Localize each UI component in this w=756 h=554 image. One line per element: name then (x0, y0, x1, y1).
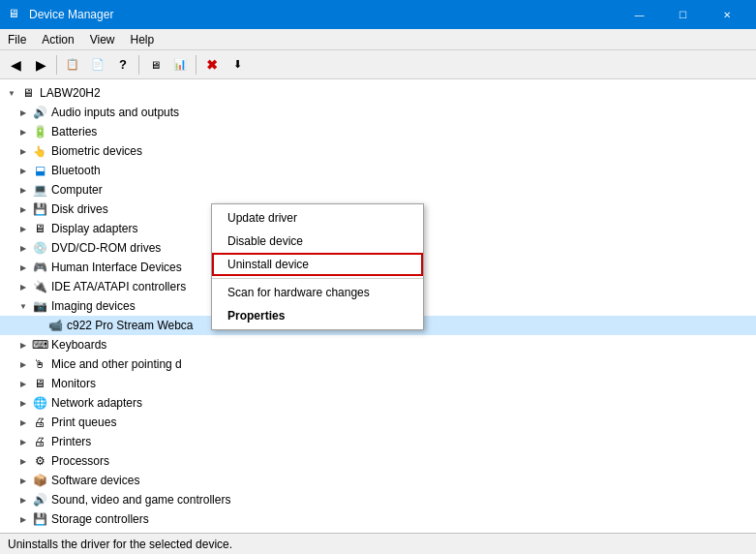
software-icon: 📦 (31, 472, 48, 489)
context-menu: Update driver Disable device Uninstall d… (211, 203, 424, 330)
expand-icon-webcam (31, 318, 46, 333)
expand-icon-audio: ▶ (15, 105, 31, 120)
keyboards-icon: ⌨ (31, 336, 48, 354)
context-disable-device[interactable]: Disable device (212, 230, 423, 253)
main-content: ▼ 🖥 LABW20H2 ▶ 🔊 Audio inputs and output… (0, 79, 756, 533)
expand-icon-batteries: ▶ (15, 124, 31, 139)
expand-icon-dvd: ▶ (15, 240, 31, 256)
menu-action[interactable]: Action (34, 29, 81, 50)
tree-root[interactable]: ▼ 🖥 LABW20H2 (0, 83, 756, 103)
mice-label: Mice and other pointing d (51, 357, 752, 371)
storage-label: Storage controllers (51, 512, 752, 526)
expand-icon-bluetooth: ▶ (15, 163, 31, 178)
tree-item-printqueues[interactable]: ▶ 🖨 Print queues (0, 413, 756, 432)
expand-icon-ide: ▶ (15, 279, 31, 294)
dvd-icon: 💿 (31, 239, 48, 257)
status-text: Uninstalls the driver for the selected d… (8, 538, 232, 551)
tree-item-network[interactable]: ▶ 🌐 Network adapters (0, 393, 756, 413)
expand-icon-sound: ▶ (15, 492, 31, 508)
tree-item-biometric[interactable]: ▶ 👆 Biometric devices (0, 141, 756, 161)
tree-item-computer[interactable]: ▶ 💻 Computer (0, 180, 756, 200)
printqueues-icon: 🖨 (31, 414, 48, 431)
expand-icon-biometric: ▶ (15, 143, 31, 159)
keyboards-label: Keyboards (51, 338, 752, 352)
tree-item-batteries[interactable]: ▶ 🔋 Batteries (0, 122, 756, 141)
monitors-icon: 🖥 (31, 375, 48, 392)
imaging-icon: 📷 (31, 297, 48, 315)
software-label: Software devices (51, 474, 752, 487)
toolbar-separator-3 (196, 55, 197, 75)
expand-icon-network: ▶ (15, 395, 31, 411)
root-label: LABW20H2 (40, 86, 752, 100)
bluetooth-icon: ⬓ (31, 162, 48, 179)
remove-device-button[interactable]: ✖ (200, 53, 224, 77)
context-properties[interactable]: Properties (212, 304, 423, 327)
root-icon: 🖥 (19, 84, 37, 102)
expand-icon-printers: ▶ (15, 434, 31, 449)
help-button[interactable]: ? (111, 53, 135, 77)
tree-item-mice[interactable]: ▶ 🖱 Mice and other pointing d (0, 354, 756, 374)
expand-icon-system: ▶ (15, 531, 31, 533)
biometric-label: Biometric devices (51, 144, 752, 158)
expand-icon-storage: ▶ (15, 511, 31, 527)
ide-icon: 🔌 (31, 278, 48, 295)
webcam-icon: 📹 (46, 317, 64, 334)
tree-item-printers[interactable]: ▶ 🖨 Printers (0, 432, 756, 451)
tree-item-audio[interactable]: ▶ 🔊 Audio inputs and outputs (0, 103, 756, 122)
expand-icon-disk: ▶ (15, 201, 31, 217)
monitors-label: Monitors (51, 377, 752, 390)
close-button[interactable]: ✕ (705, 0, 748, 29)
storage-icon: 💾 (31, 510, 48, 528)
expand-icon-software: ▶ (15, 473, 31, 488)
context-menu-separator (212, 278, 423, 279)
status-bar: Uninstalls the driver for the selected d… (0, 533, 756, 554)
tree-item-bluetooth[interactable]: ▶ ⬓ Bluetooth (0, 161, 756, 180)
menu-view[interactable]: View (82, 29, 123, 50)
expand-icon-mice: ▶ (15, 356, 31, 372)
resources-button[interactable]: 📊 (168, 53, 192, 77)
title-bar: 🖥 Device Manager — ☐ ✕ (0, 0, 756, 29)
system-icon: 🖥 (31, 530, 48, 533)
tree-item-system[interactable]: ▶ 🖥 System devices (0, 529, 756, 533)
tree-item-keyboards[interactable]: ▶ ⌨ Keyboards (0, 335, 756, 354)
network-label: Network adapters (51, 396, 752, 410)
context-uninstall-device[interactable]: Uninstall device (212, 253, 423, 276)
expand-icon-imaging: ▼ (15, 298, 31, 314)
toolbar-separator-2 (138, 55, 139, 75)
back-button[interactable]: ◀ (4, 53, 27, 77)
bluetooth-label: Bluetooth (51, 164, 752, 177)
expand-icon-computer: ▶ (15, 182, 31, 198)
biometric-icon: 👆 (31, 142, 48, 160)
expand-icon-display: ▶ (15, 221, 31, 236)
audio-label: Audio inputs and outputs (51, 106, 752, 119)
expand-icon-processors: ▶ (15, 453, 31, 469)
tree-item-monitors[interactable]: ▶ 🖥 Monitors (0, 374, 756, 393)
sound-icon: 🔊 (31, 491, 48, 508)
audio-icon: 🔊 (31, 104, 48, 121)
printers-icon: 🖨 (31, 433, 48, 450)
scan-button[interactable]: ⬇ (226, 53, 249, 77)
forward-button[interactable]: ▶ (29, 53, 52, 77)
processors-label: Processors (51, 454, 752, 468)
view-devices-button[interactable]: 🖥 (143, 53, 166, 77)
expand-icon-monitors: ▶ (15, 376, 31, 391)
maximize-button[interactable]: ☐ (661, 0, 705, 29)
computer-label: Computer (51, 183, 752, 197)
tree-item-storage[interactable]: ▶ 💾 Storage controllers (0, 509, 756, 529)
tree-item-software[interactable]: ▶ 📦 Software devices (0, 471, 756, 490)
processors-icon: ⚙ (31, 452, 48, 470)
properties-button[interactable]: 📋 (61, 53, 84, 77)
expand-icon-keyboards: ▶ (15, 337, 31, 353)
minimize-button[interactable]: — (618, 0, 661, 29)
tree-item-sound[interactable]: ▶ 🔊 Sound, video and game controllers (0, 490, 756, 509)
tree-item-processors[interactable]: ▶ ⚙ Processors (0, 451, 756, 471)
mice-icon: 🖱 (31, 355, 48, 373)
menu-file[interactable]: File (0, 29, 34, 50)
computer-icon: 💻 (31, 181, 48, 199)
sound-label: Sound, video and game controllers (51, 493, 752, 507)
menu-help[interactable]: Help (123, 29, 163, 50)
title-bar-controls: — ☐ ✕ (618, 0, 748, 29)
context-scan-hardware[interactable]: Scan for hardware changes (212, 281, 423, 304)
context-update-driver[interactable]: Update driver (212, 206, 423, 230)
update-driver-button[interactable]: 📄 (86, 53, 109, 77)
